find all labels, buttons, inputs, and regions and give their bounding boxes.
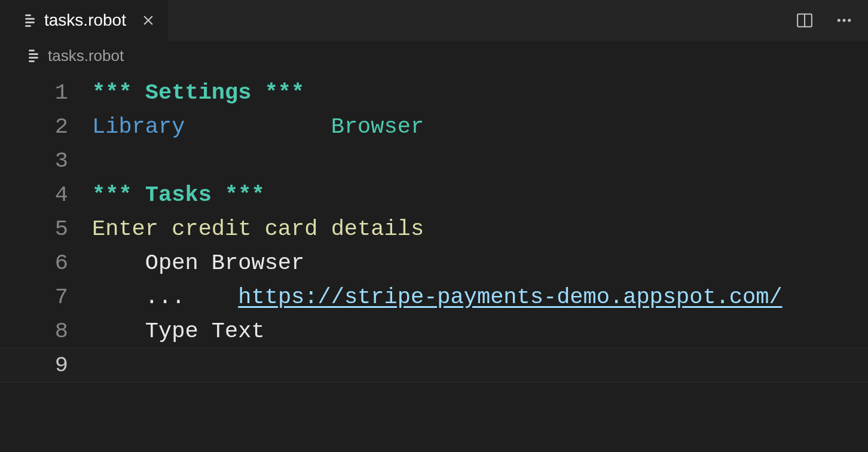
setting-keyword: Library: [92, 114, 185, 139]
more-actions-icon[interactable]: [833, 10, 855, 31]
svg-point-3: [843, 19, 846, 22]
breadcrumb-label: tasks.robot: [48, 47, 124, 65]
line-number: 4: [0, 182, 84, 207]
line-number: 3: [0, 148, 84, 173]
library-name: Browser: [331, 114, 424, 139]
code-line[interactable]: 6 Open Browser: [0, 246, 868, 280]
continuation: ...: [145, 285, 185, 310]
file-icon: [25, 14, 36, 27]
code-editor[interactable]: 1 *** Settings *** 2 Library Browser 3 4…: [0, 71, 868, 452]
code-line[interactable]: 7 ... https://stripe-payments-demo.appsp…: [0, 280, 868, 314]
keyword-call: Type Text: [145, 319, 265, 344]
keyword-call: Open Browser: [145, 251, 304, 276]
section-header: *** Settings ***: [92, 80, 304, 105]
close-icon[interactable]: [139, 11, 157, 29]
url-argument[interactable]: https://stripe-payments-demo.appspot.com…: [238, 285, 782, 310]
svg-point-2: [838, 19, 841, 22]
file-icon: [29, 50, 39, 62]
line-number: 6: [0, 251, 84, 276]
line-number: 1: [0, 80, 84, 105]
tab-label: tasks.robot: [44, 11, 126, 30]
code-line[interactable]: 2 Library Browser: [0, 109, 868, 143]
line-number: 7: [0, 285, 84, 310]
line-number: 8: [0, 319, 84, 344]
svg-point-4: [848, 19, 851, 22]
task-name: Enter credit card details: [92, 216, 424, 242]
tab-bar: tasks.robot: [0, 0, 868, 41]
code-line[interactable]: 5 Enter credit card details: [0, 212, 868, 246]
line-number: 9: [0, 353, 84, 378]
code-line[interactable]: 1 *** Settings ***: [0, 75, 868, 109]
line-number: 5: [0, 216, 84, 242]
code-line[interactable]: 8 Type Text: [0, 314, 868, 348]
split-editor-icon[interactable]: [794, 10, 815, 31]
code-line[interactable]: 9: [0, 348, 868, 382]
tab-tasks-robot[interactable]: tasks.robot: [0, 0, 168, 41]
breadcrumb[interactable]: tasks.robot: [0, 41, 868, 71]
section-header: *** Tasks ***: [92, 182, 265, 207]
line-number: 2: [0, 114, 84, 139]
code-line[interactable]: 3: [0, 143, 868, 178]
editor-actions: [794, 0, 855, 41]
code-line[interactable]: 4 *** Tasks ***: [0, 178, 868, 212]
